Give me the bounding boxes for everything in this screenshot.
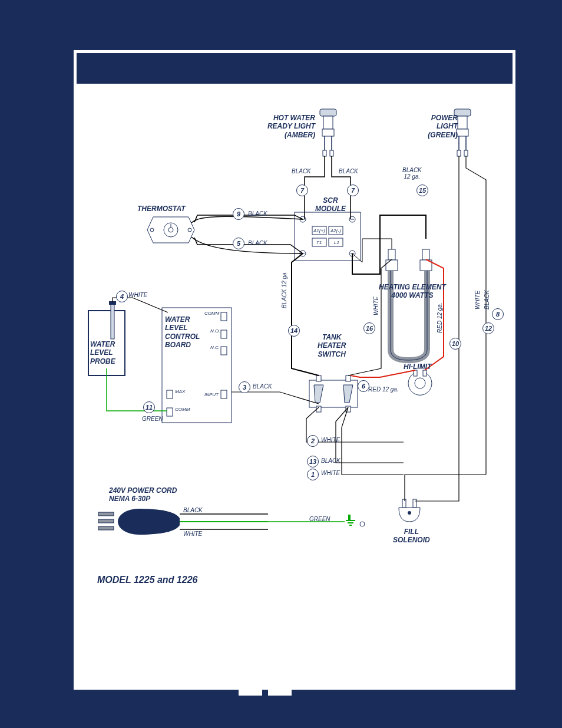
wire-white-1: WHITE <box>321 470 340 476</box>
node-13: 13 <box>307 456 319 467</box>
svg-rect-10 <box>458 116 467 129</box>
node-4: 4 <box>116 291 128 302</box>
page-frame: HOT WATER READY LIGHT (AMBER) POWER LIGH… <box>71 47 518 693</box>
scr-a1: A1(+) <box>313 228 325 233</box>
node-6: 6 <box>358 380 369 392</box>
wire-black-1: BLACK <box>292 168 311 174</box>
svg-rect-51 <box>402 499 406 508</box>
svg-rect-32 <box>221 390 227 398</box>
node-15: 15 <box>416 185 428 196</box>
scr-t1: T1 <box>316 240 322 245</box>
svg-rect-4 <box>322 129 334 136</box>
svg-rect-7 <box>323 150 326 156</box>
svg-point-48 <box>415 378 425 388</box>
wiring-diagram <box>74 50 521 696</box>
svg-rect-31 <box>167 390 173 398</box>
thermostat-icon <box>147 217 194 243</box>
wire-black-12ga: BLACK 12 ga. <box>402 167 422 180</box>
heating-element-icon <box>386 249 432 360</box>
heating-element-label: HEATING ELEMENT 4000 WATTS <box>379 283 446 300</box>
node-5: 5 <box>233 238 244 249</box>
node-8: 8 <box>492 308 504 320</box>
fill-solenoid-icon <box>399 499 420 522</box>
water-level-probe-label: WATER LEVEL PROBE <box>90 340 115 365</box>
svg-rect-35 <box>111 304 114 339</box>
wire-green-cord: GREEN <box>309 516 330 522</box>
term-nc: N.C. <box>210 345 220 350</box>
svg-rect-56 <box>98 519 114 523</box>
svg-point-53 <box>408 511 411 515</box>
wire-white-cord: WHITE <box>183 531 202 537</box>
thermostat-label: THERMOSTAT <box>137 205 186 213</box>
wire-black-12ga-vert: BLACK 12 ga. <box>281 271 287 308</box>
svg-rect-37 <box>388 249 395 260</box>
wire-black-4: BLACK <box>248 240 267 246</box>
wire-black-2: BLACK <box>339 168 358 174</box>
svg-rect-52 <box>413 499 416 508</box>
node-2: 2 <box>307 435 319 447</box>
svg-point-21 <box>188 228 191 232</box>
wire-black-5: BLACK <box>253 383 272 390</box>
power-light-label: POWER LIGHT (GREEN) <box>425 114 458 139</box>
scr-a2: A2(-) <box>330 228 341 233</box>
svg-rect-3 <box>323 116 333 129</box>
hot-water-light-label: HOT WATER READY LIGHT (AMBER) <box>262 114 315 139</box>
wire-white-2: WHITE <box>321 437 340 443</box>
wire-white-4: WHITE <box>128 292 147 298</box>
tank-heater-switch-icon <box>309 375 358 412</box>
wire-black-3: BLACK <box>248 210 267 217</box>
svg-rect-58 <box>348 515 351 521</box>
wire-black-vert-1: BLACK <box>484 290 490 309</box>
svg-rect-30 <box>221 347 227 355</box>
svg-rect-39 <box>386 260 398 271</box>
svg-rect-33 <box>167 408 173 416</box>
node-11: 11 <box>143 401 155 413</box>
node-1: 1 <box>307 469 319 480</box>
wire-white-vert-2: WHITE <box>474 291 481 309</box>
node-9: 9 <box>233 208 244 220</box>
wire-red-12ga-vert: RED 12 ga. <box>437 302 443 333</box>
wire-white-vert-1: WHITE <box>373 297 379 315</box>
scr-module-icon <box>295 212 361 261</box>
node-12: 12 <box>482 322 494 334</box>
svg-rect-57 <box>98 526 114 530</box>
wire-green-1: GREEN <box>142 416 163 422</box>
power-plug-icon <box>98 509 180 535</box>
svg-rect-29 <box>221 330 227 338</box>
svg-point-18 <box>168 228 173 232</box>
svg-rect-49 <box>414 370 417 376</box>
page-tab-right <box>268 684 292 696</box>
svg-rect-15 <box>464 150 468 156</box>
node-7a: 7 <box>296 185 308 196</box>
wire-black-13: BLACK <box>321 457 340 464</box>
node-10: 10 <box>449 338 461 350</box>
svg-rect-43 <box>346 375 351 381</box>
svg-point-62 <box>360 522 365 526</box>
svg-rect-11 <box>457 129 468 136</box>
hot-water-light-icon <box>320 109 336 156</box>
svg-rect-42 <box>316 375 321 381</box>
scr-l1: L1 <box>334 240 339 245</box>
water-level-board-label: WATER LEVEL CONTROL BOARD <box>165 315 200 350</box>
node-7b: 7 <box>347 185 359 196</box>
svg-point-20 <box>150 228 154 232</box>
hi-limit-label: HI-LIMIT <box>404 363 431 371</box>
term-no: N.O. <box>210 328 220 334</box>
hi-limit-icon <box>408 370 432 395</box>
wire-red-12ga-2: RED 12 ga. <box>368 386 399 393</box>
svg-rect-28 <box>221 312 227 321</box>
term-comm2: COMM <box>175 407 190 412</box>
node-3: 3 <box>239 381 250 393</box>
page-tab-left <box>239 684 262 696</box>
node-14: 14 <box>288 325 300 337</box>
term-input: INPUT <box>204 392 219 397</box>
svg-rect-38 <box>422 249 429 260</box>
term-comm: COMM <box>204 311 219 316</box>
svg-rect-14 <box>457 150 461 156</box>
fill-solenoid-label: FILL SOLENOID <box>393 528 430 545</box>
wire-black-cord: BLACK <box>183 507 203 513</box>
model-caption: MODEL 1225 and 1226 <box>97 575 197 585</box>
tank-heater-switch-label: TANK HEATER SWITCH <box>318 333 346 358</box>
term-max: MAX <box>175 389 185 394</box>
svg-rect-2 <box>320 109 336 116</box>
